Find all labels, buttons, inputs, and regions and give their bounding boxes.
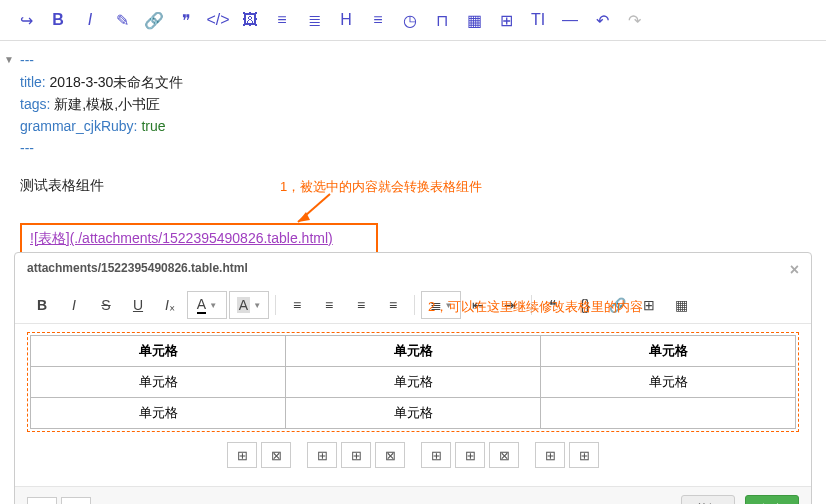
table-editor-modal: attachments/1522395490826.table.html × B… (14, 252, 812, 504)
table-operations: ⊞ ⊠ ⊞ ⊞ ⊠ ⊞ ⊞ ⊠ ⊞ ⊞ (27, 432, 799, 478)
minus-icon[interactable]: — (556, 8, 584, 32)
table-cell[interactable]: 单元格 (286, 367, 541, 398)
code-icon[interactable]: </> (204, 8, 232, 32)
m-align-center-icon[interactable]: ≡ (314, 291, 344, 319)
m-align-justify-icon[interactable]: ≡ (378, 291, 408, 319)
align-icon[interactable]: ≡ (364, 8, 392, 32)
front-matter: --- title: 2018-3-30未命名文件 tags: 新建,模板,小书… (20, 49, 806, 159)
annotation-1: 1，被选中的内容就会转换表格组件 (280, 178, 482, 196)
m-strike-icon[interactable]: S (91, 291, 121, 319)
fm-dash-top: --- (20, 49, 806, 71)
m-align-right-icon[interactable]: ≡ (346, 291, 376, 319)
quote-icon[interactable]: ❞ (172, 8, 200, 32)
m-underline-icon[interactable]: U (123, 291, 153, 319)
brush-icon[interactable]: ✎ (108, 8, 136, 32)
text-size-icon[interactable]: TI (524, 8, 552, 32)
table-header[interactable]: 单元格 (541, 336, 796, 367)
table-row: 单元格 单元格 单元格 (31, 336, 796, 367)
op-split-icon[interactable]: ⊞ (569, 442, 599, 468)
op-merge-icon[interactable]: ⊞ (535, 442, 565, 468)
heading-icon[interactable]: H (332, 8, 360, 32)
op-delete-col-icon[interactable]: ⊠ (489, 442, 519, 468)
footer-undo-icon[interactable]: ↶ (27, 497, 57, 505)
op-delete-table-icon[interactable]: ⊠ (261, 442, 291, 468)
editor-area: --- title: 2018-3-30未命名文件 tags: 新建,模板,小书… (0, 41, 826, 263)
table-selection-box: 单元格 单元格 单元格 单元格 单元格 单元格 单元格 单元格 (27, 332, 799, 432)
op-insert-row-below-icon[interactable]: ⊞ (341, 442, 371, 468)
op-insert-col-left-icon[interactable]: ⊞ (421, 442, 451, 468)
fm-tags-key: tags: (20, 96, 50, 112)
fm-title-val: 2018-3-30未命名文件 (50, 74, 184, 90)
grid-icon[interactable]: ▦ (460, 8, 488, 32)
annotation-2: 2，可以在这里继续修改表格里的内容 (428, 298, 643, 316)
undo-icon[interactable]: ↶ (588, 8, 616, 32)
redo-arrow-icon[interactable]: ↪ (12, 8, 40, 32)
fm-dash-bottom: --- (20, 137, 806, 159)
close-icon[interactable]: × (790, 261, 799, 279)
modal-title: attachments/1522395490826.table.html (27, 261, 248, 279)
data-table[interactable]: 单元格 单元格 单元格 单元格 单元格 单元格 单元格 单元格 (30, 335, 796, 429)
close-button[interactable]: 关闭 (681, 495, 735, 504)
modal-toolbar: B I S U Iₓ A A ≡ ≡ ≡ ≡ ≣ ⇤ ⇥ ❝ {} 🔗 ⊞ ▦ (15, 287, 811, 324)
table-link[interactable]: ![表格](./attachments/1522395490826.table.… (30, 230, 333, 246)
m-bold-icon[interactable]: B (27, 291, 57, 319)
table-header[interactable]: 单元格 (286, 336, 541, 367)
footer-table-icon[interactable]: ⊞ (61, 497, 91, 505)
fm-grammar-key: grammar_cjkRuby: (20, 118, 137, 134)
op-insert-row-above-icon[interactable]: ⊞ (307, 442, 337, 468)
m-align-left-icon[interactable]: ≡ (282, 291, 312, 319)
table-cell[interactable]: 单元格 (541, 367, 796, 398)
table-header[interactable]: 单元格 (31, 336, 286, 367)
table-cell[interactable] (541, 398, 796, 429)
italic-icon[interactable]: I (76, 8, 104, 32)
image-icon[interactable]: 🖼 (236, 8, 264, 32)
op-delete-row-icon[interactable]: ⊠ (375, 442, 405, 468)
bold-icon[interactable]: B (44, 8, 72, 32)
save-button[interactable]: 保存 (745, 495, 799, 504)
op-insert-table-icon[interactable]: ⊞ (227, 442, 257, 468)
fm-grammar-val: true (141, 118, 165, 134)
table-row: 单元格 单元格 单元格 (31, 367, 796, 398)
ordered-list-icon[interactable]: ≡ (268, 8, 296, 32)
redo-icon[interactable]: ↷ (620, 8, 648, 32)
magnet-icon[interactable]: ⊓ (428, 8, 456, 32)
fm-title-key: title: (20, 74, 46, 90)
m-italic-icon[interactable]: I (59, 291, 89, 319)
table-cell[interactable]: 单元格 (31, 367, 286, 398)
fm-tags-val: 新建,模板,小书匠 (54, 96, 160, 112)
table-cell[interactable]: 单元格 (31, 398, 286, 429)
link-icon[interactable]: 🔗 (140, 8, 168, 32)
m-font-color-dropdown[interactable]: A (187, 291, 227, 319)
m-bg-color-dropdown[interactable]: A (229, 291, 269, 319)
table-icon[interactable]: ⊞ (492, 8, 520, 32)
m-grid-icon[interactable]: ▦ (666, 291, 696, 319)
main-toolbar: ↪ B I ✎ 🔗 ❞ </> 🖼 ≡ ≣ H ≡ ◷ ⊓ ▦ ⊞ TI — ↶… (0, 0, 826, 41)
m-clear-format-icon[interactable]: Iₓ (155, 291, 185, 319)
op-insert-col-right-icon[interactable]: ⊞ (455, 442, 485, 468)
clock-icon[interactable]: ◷ (396, 8, 424, 32)
table-row: 单元格 单元格 (31, 398, 796, 429)
unordered-list-icon[interactable]: ≣ (300, 8, 328, 32)
table-link-highlight: ![表格](./attachments/1522395490826.table.… (20, 223, 378, 255)
table-cell[interactable]: 单元格 (286, 398, 541, 429)
